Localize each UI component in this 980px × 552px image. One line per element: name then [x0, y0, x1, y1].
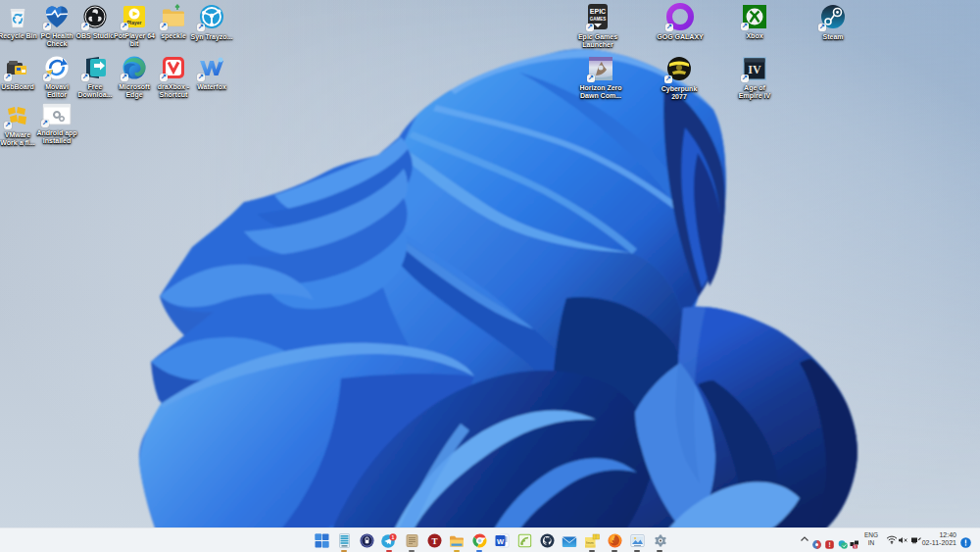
svg-text:fmm: fmm [586, 540, 594, 545]
svg-text:W: W [497, 537, 505, 546]
svg-text:T: T [431, 536, 437, 546]
svg-text:1: 1 [392, 533, 395, 539]
svg-text:!: ! [828, 541, 830, 548]
svg-text:EPIC: EPIC [590, 8, 606, 15]
svg-text:IV: IV [748, 63, 761, 76]
svg-text:GAMES: GAMES [590, 17, 607, 22]
